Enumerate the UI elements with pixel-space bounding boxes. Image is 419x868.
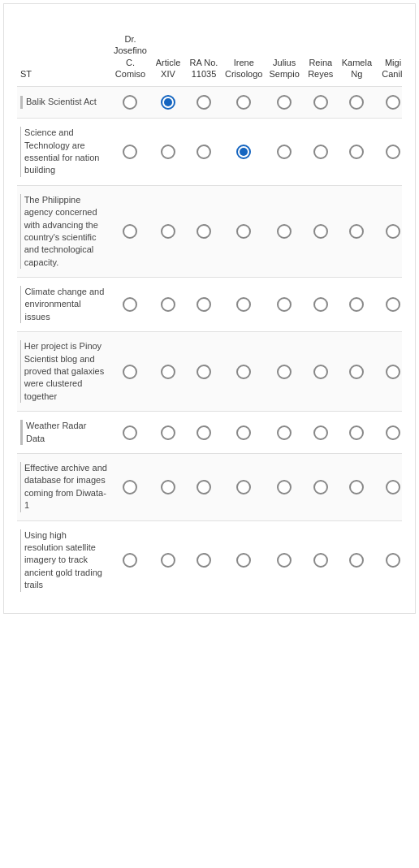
radio-option[interactable] (349, 480, 364, 494)
radio-cell-row3-col-kamela[interactable] (375, 185, 402, 277)
radio-option[interactable] (161, 224, 175, 239)
radio-option[interactable] (277, 145, 292, 159)
radio-option[interactable] (123, 553, 137, 568)
radio-cell-row6-col-reina[interactable] (339, 412, 375, 454)
radio-option[interactable] (313, 95, 328, 110)
radio-cell-row8-col-reina[interactable] (339, 520, 375, 599)
radio-cell-row6-col-st[interactable] (110, 412, 150, 454)
radio-option[interactable] (236, 145, 251, 159)
radio-cell-row5-col-article14[interactable] (186, 332, 222, 412)
radio-option[interactable] (386, 95, 400, 110)
radio-option[interactable] (197, 365, 211, 379)
radio-cell-row1-col-irene[interactable] (266, 87, 302, 119)
radio-cell-row6-col-article14[interactable] (186, 412, 222, 454)
radio-option[interactable] (123, 95, 137, 110)
radio-option[interactable] (277, 365, 292, 379)
radio-option[interactable] (161, 297, 175, 312)
radio-cell-row4-col-julius[interactable] (303, 278, 339, 332)
radio-option[interactable] (161, 365, 175, 379)
radio-cell-row4-col-reina[interactable] (339, 278, 375, 332)
radio-option[interactable] (277, 480, 292, 494)
radio-option[interactable] (349, 365, 364, 379)
radio-option[interactable] (197, 425, 211, 440)
radio-option[interactable] (236, 297, 251, 312)
radio-option[interactable] (197, 480, 211, 494)
radio-cell-row1-col-ra11035[interactable] (222, 87, 266, 119)
radio-cell-row4-col-st[interactable] (110, 278, 150, 332)
radio-cell-row3-col-article14[interactable] (186, 185, 222, 277)
radio-option[interactable] (197, 297, 211, 312)
radio-option[interactable] (123, 365, 137, 379)
radio-cell-row2-col-julius[interactable] (303, 119, 339, 186)
radio-cell-row3-col-ra11035[interactable] (222, 185, 266, 277)
radio-cell-row1-col-reina[interactable] (339, 87, 375, 119)
radio-cell-row1-col-article14[interactable] (186, 87, 222, 119)
radio-option[interactable] (123, 425, 137, 440)
radio-option[interactable] (386, 365, 400, 379)
radio-option[interactable] (197, 95, 211, 110)
radio-option[interactable] (386, 553, 400, 568)
radio-option[interactable] (277, 95, 292, 110)
radio-cell-row7-col-josefino[interactable] (150, 454, 186, 521)
radio-option[interactable] (123, 224, 137, 239)
radio-option[interactable] (386, 297, 400, 312)
radio-option[interactable] (123, 145, 137, 159)
radio-option[interactable] (161, 425, 175, 440)
radio-option[interactable] (386, 145, 400, 159)
radio-option[interactable] (313, 365, 328, 379)
radio-cell-row5-col-ra11035[interactable] (222, 332, 266, 412)
radio-option[interactable] (277, 553, 292, 568)
radio-cell-row8-col-irene[interactable] (266, 520, 302, 599)
radio-cell-row4-col-article14[interactable] (186, 278, 222, 332)
radio-cell-row3-col-josefino[interactable] (150, 185, 186, 277)
radio-cell-row2-col-kamela[interactable] (375, 119, 402, 186)
radio-option[interactable] (236, 95, 251, 110)
radio-cell-row8-col-ra11035[interactable] (222, 520, 266, 599)
radio-option[interactable] (123, 480, 137, 494)
radio-option[interactable] (313, 297, 328, 312)
radio-option[interactable] (386, 425, 400, 440)
radio-cell-row3-col-julius[interactable] (303, 185, 339, 277)
radio-option[interactable] (349, 553, 364, 568)
radio-option[interactable] (349, 425, 364, 440)
radio-cell-row8-col-article14[interactable] (186, 520, 222, 599)
radio-cell-row7-col-ra11035[interactable] (222, 454, 266, 521)
radio-option[interactable] (386, 480, 400, 494)
radio-cell-row2-col-st[interactable] (110, 119, 150, 186)
radio-option[interactable] (197, 145, 211, 159)
radio-option[interactable] (236, 365, 251, 379)
radio-option[interactable] (349, 95, 364, 110)
radio-option[interactable] (161, 480, 175, 494)
radio-cell-row6-col-ra11035[interactable] (222, 412, 266, 454)
radio-option[interactable] (277, 224, 292, 239)
radio-option[interactable] (349, 145, 364, 159)
radio-option[interactable] (236, 480, 251, 494)
radio-cell-row2-col-josefino[interactable] (150, 119, 186, 186)
radio-option[interactable] (349, 297, 364, 312)
radio-cell-row7-col-kamela[interactable] (375, 454, 402, 521)
radio-option[interactable] (161, 553, 175, 568)
radio-option[interactable] (313, 480, 328, 494)
radio-option[interactable] (313, 553, 328, 568)
radio-option[interactable] (236, 553, 251, 568)
radio-cell-row5-col-reina[interactable] (339, 332, 375, 412)
radio-cell-row1-col-julius[interactable] (303, 87, 339, 119)
radio-option[interactable] (277, 425, 292, 440)
radio-cell-row4-col-ra11035[interactable] (222, 278, 266, 332)
radio-cell-row8-col-st[interactable] (110, 520, 150, 599)
radio-option[interactable] (349, 224, 364, 239)
radio-cell-row6-col-josefino[interactable] (150, 412, 186, 454)
radio-cell-row2-col-ra11035[interactable] (222, 119, 266, 186)
radio-cell-row8-col-julius[interactable] (303, 520, 339, 599)
radio-cell-row1-col-josefino[interactable] (150, 87, 186, 119)
radio-cell-row3-col-reina[interactable] (339, 185, 375, 277)
radio-cell-row8-col-josefino[interactable] (150, 520, 186, 599)
radio-cell-row5-col-josefino[interactable] (150, 332, 186, 412)
radio-cell-row2-col-article14[interactable] (186, 119, 222, 186)
radio-option[interactable] (123, 297, 137, 312)
radio-cell-row7-col-julius[interactable] (303, 454, 339, 521)
radio-option[interactable] (313, 224, 328, 239)
radio-cell-row1-col-st[interactable] (110, 87, 150, 119)
radio-option[interactable] (236, 425, 251, 440)
radio-cell-row7-col-irene[interactable] (266, 454, 302, 521)
